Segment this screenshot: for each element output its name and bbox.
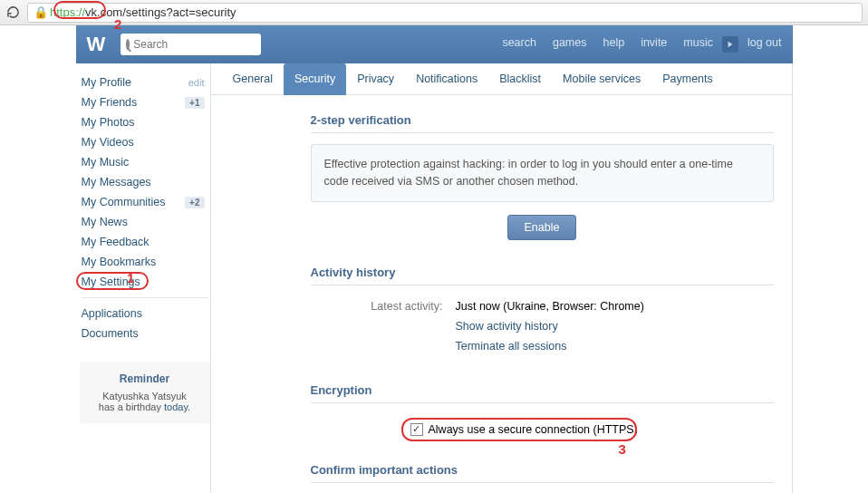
url-field[interactable]: 🔒 https://vk.com/settings?act=security 2 bbox=[27, 3, 863, 23]
search-input[interactable] bbox=[133, 38, 269, 51]
lock-icon: 🔒 bbox=[34, 5, 48, 19]
section-encryption-title: Encryption bbox=[311, 383, 774, 403]
tab-privacy[interactable]: Privacy bbox=[346, 63, 405, 94]
sidebar-item-my-communities[interactable]: My Communities+2 bbox=[80, 192, 210, 212]
counter-badge: +2 bbox=[185, 197, 204, 208]
nav-music[interactable]: music bbox=[683, 36, 713, 53]
main-panel: GeneralSecurityPrivacyNotificationsBlack… bbox=[210, 63, 793, 493]
https-checkbox-label: Always use a secure connection (HTTPS) bbox=[429, 423, 638, 436]
terminate-sessions[interactable]: Terminate all sessions bbox=[456, 340, 567, 353]
sidebar-item-my-feedback[interactable]: My Feedback bbox=[80, 232, 210, 252]
url-path: vk.com/settings?act=security bbox=[85, 5, 236, 19]
counter-badge: +1 bbox=[185, 97, 204, 109]
sidebar-item-my-bookmarks[interactable]: My Bookmarks bbox=[80, 252, 210, 272]
reminder-link[interactable]: today bbox=[164, 401, 188, 412]
sidebar-item-label: My Communities bbox=[82, 196, 166, 208]
left-sidebar: My ProfileeditMy Friends+1My PhotosMy Vi… bbox=[76, 63, 210, 493]
sidebar-item-label: My Music bbox=[82, 156, 130, 169]
browser-address-bar: 🔒 https://vk.com/settings?act=security 2 bbox=[0, 0, 868, 25]
reload-icon[interactable] bbox=[5, 5, 20, 20]
enable-button[interactable]: Enable bbox=[507, 215, 577, 240]
nav-help[interactable]: help bbox=[603, 36, 624, 53]
https-checkbox-row[interactable]: ✓ Always use a secure connection (HTTPS)… bbox=[311, 414, 774, 436]
sidebar-item-my-messages[interactable]: My Messages bbox=[80, 172, 210, 192]
vk-logo[interactable]: W bbox=[87, 33, 105, 56]
section-activity-title: Activity history bbox=[311, 266, 774, 285]
tab-blacklist[interactable]: Blacklist bbox=[488, 63, 552, 94]
sidebar-item-my-settings[interactable]: My Settings bbox=[80, 272, 210, 292]
sidebar-item-documents[interactable]: Documents bbox=[80, 324, 210, 343]
section-2step-title: 2-step verification bbox=[311, 113, 774, 133]
sidebar-separator bbox=[82, 297, 208, 298]
sidebar-item-my-friends[interactable]: My Friends+1 bbox=[80, 92, 210, 112]
sidebar-item-my-music[interactable]: My Music bbox=[80, 152, 210, 172]
sidebar-item-my-videos[interactable]: My Videos bbox=[80, 132, 210, 152]
sidebar-item-my-photos[interactable]: My Photos bbox=[80, 112, 210, 132]
tab-mobile-services[interactable]: Mobile services bbox=[552, 63, 651, 94]
sidebar-item-applications[interactable]: Applications bbox=[80, 304, 210, 324]
annotation-number-2: 2 bbox=[114, 16, 121, 32]
sidebar-item-label: My Bookmarks bbox=[82, 256, 157, 268]
tab-notifications[interactable]: Notifications bbox=[405, 63, 488, 94]
sidebar-item-my-news[interactable]: My News bbox=[80, 212, 210, 232]
latest-activity-value: Just now (Ukraine, Browser: Chrome) bbox=[456, 300, 644, 313]
settings-tabs: GeneralSecurityPrivacyNotificationsBlack… bbox=[211, 63, 792, 95]
nav-games[interactable]: games bbox=[553, 36, 587, 53]
tab-general[interactable]: General bbox=[222, 63, 284, 94]
checkbox-icon[interactable]: ✓ bbox=[410, 423, 423, 436]
sidebar-item-label: My News bbox=[82, 216, 128, 228]
sidebar-item-label: My Photos bbox=[82, 116, 135, 129]
nav-search[interactable]: search bbox=[502, 36, 536, 53]
show-activity-history[interactable]: Show activity history bbox=[456, 320, 558, 333]
latest-activity-label: Latest activity: bbox=[311, 300, 456, 313]
nav-invite[interactable]: invite bbox=[641, 36, 667, 53]
sidebar-item-my-profile[interactable]: My Profileedit bbox=[80, 72, 210, 92]
annotation-number-1: 1 bbox=[127, 270, 134, 285]
nav-logout[interactable]: log out bbox=[747, 36, 782, 53]
section-confirm-title: Confirm important actions bbox=[311, 463, 774, 483]
sidebar-item-label: My Friends bbox=[82, 96, 138, 109]
sidebar-item-label: My Videos bbox=[82, 136, 134, 149]
reminder-box: Reminder Katyushka Yatsyuk has a birthda… bbox=[80, 362, 210, 423]
edit-link[interactable]: edit bbox=[188, 77, 205, 88]
url-scheme: https:// bbox=[50, 5, 85, 19]
sidebar-item-label: My Feedback bbox=[82, 236, 149, 248]
annotation-number-3: 3 bbox=[619, 441, 626, 457]
sidebar-item-label: My Messages bbox=[82, 176, 151, 188]
search-icon bbox=[126, 39, 130, 50]
header-nav: search games help invite music log out bbox=[502, 36, 781, 53]
two-step-infobox: Effective protection against hacking: in… bbox=[311, 144, 774, 202]
tab-payments[interactable]: Payments bbox=[651, 63, 724, 94]
reminder-text: Katyushka Yatsyuk has a birthday today. bbox=[85, 391, 205, 412]
play-icon[interactable] bbox=[722, 36, 738, 53]
site-header: W search games help invite music log out bbox=[76, 25, 793, 63]
reminder-title: Reminder bbox=[85, 372, 205, 385]
sidebar-item-label: My Profile bbox=[82, 76, 132, 89]
search-box[interactable] bbox=[121, 34, 261, 55]
tab-security[interactable]: Security bbox=[284, 63, 346, 95]
